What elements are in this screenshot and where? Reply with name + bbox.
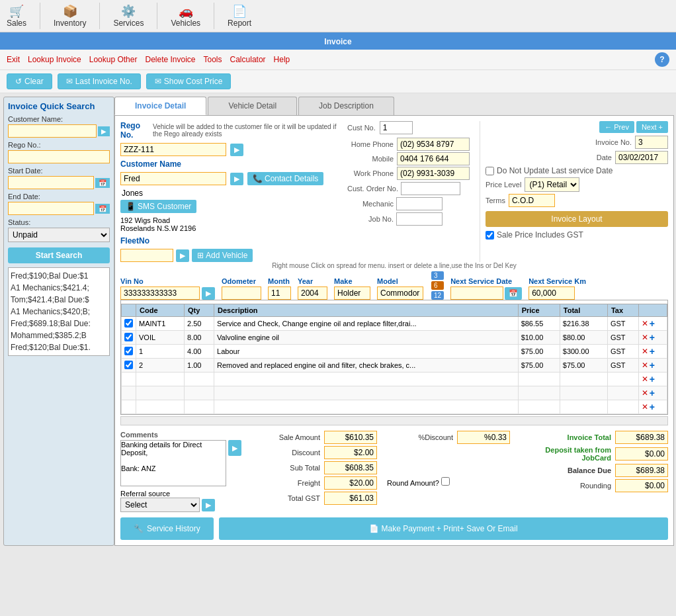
next-service-km-input[interactable] xyxy=(528,286,575,300)
terms-input[interactable] xyxy=(509,194,555,207)
service-history-btn[interactable]: 🔧 Service History xyxy=(120,517,214,540)
start-date-input[interactable] xyxy=(8,176,94,189)
rounding-input[interactable] xyxy=(615,479,668,492)
menu-help[interactable]: Help xyxy=(274,55,290,64)
month-input[interactable] xyxy=(268,286,291,300)
tab-job-description[interactable]: Job Description xyxy=(298,97,394,115)
result-item-6[interactable]: Mohammed;$385.2;B xyxy=(11,330,107,341)
make-payment-btn[interactable]: 📄 Make Payment + Print+ Save Or Email xyxy=(219,517,668,540)
freight-input[interactable] xyxy=(324,476,377,490)
rego-input[interactable] xyxy=(120,143,226,156)
cust-order-input[interactable] xyxy=(401,182,460,195)
fleet-input[interactable] xyxy=(120,249,173,262)
make-input[interactable] xyxy=(334,286,370,300)
nav-services[interactable]: ⚙️ Services xyxy=(113,4,144,28)
result-item-2[interactable]: A1 Mechanics;$421.4; xyxy=(11,282,107,294)
row6-delete[interactable]: ✕ xyxy=(642,388,648,398)
rego-no-input[interactable] xyxy=(8,150,110,163)
deposit-input[interactable] xyxy=(615,447,668,461)
badge-12[interactable]: 12 xyxy=(431,291,444,300)
start-search-button[interactable]: Start Search xyxy=(8,247,110,263)
customer-input[interactable] xyxy=(120,172,226,185)
row2-check[interactable] xyxy=(124,333,133,341)
end-date-input[interactable] xyxy=(8,202,94,215)
row4-check[interactable] xyxy=(124,361,133,369)
work-phone-input[interactable] xyxy=(397,167,470,180)
contact-details-btn[interactable]: 📞 Contact Details xyxy=(247,172,323,185)
model-input[interactable] xyxy=(377,286,423,300)
menu-lookup-invoice[interactable]: Lookup Invoice xyxy=(28,55,81,64)
comments-arrow-btn[interactable]: ▶ xyxy=(228,440,241,456)
sale-amount-input[interactable] xyxy=(324,431,377,444)
customer-name-input[interactable] xyxy=(8,124,97,138)
help-button[interactable]: ? xyxy=(655,52,669,67)
vin-input[interactable] xyxy=(120,286,200,300)
discount-input[interactable] xyxy=(324,446,377,459)
referral-arrow-btn[interactable]: ▶ xyxy=(202,499,215,511)
balance-due-input[interactable] xyxy=(615,464,668,477)
badge-6[interactable]: 6 xyxy=(431,281,444,290)
next-service-date-input[interactable] xyxy=(450,286,503,300)
row3-delete-btn[interactable]: ✕ xyxy=(642,346,648,357)
next-button[interactable]: Next + xyxy=(636,121,668,133)
status-select[interactable]: Unpaid xyxy=(8,228,110,242)
fleet-arrow-btn[interactable]: ▶ xyxy=(176,249,189,262)
year-input[interactable] xyxy=(298,286,327,300)
vin-arrow-btn[interactable]: ▶ xyxy=(202,287,215,300)
result-item-7[interactable]: Fred;$120;Bal Due:$1. xyxy=(11,341,107,353)
row1-delete-btn[interactable]: ✕ xyxy=(642,318,648,329)
show-cost-button[interactable]: ✉ Show Cost Price xyxy=(146,73,232,89)
menu-lookup-other[interactable]: Lookup Other xyxy=(89,55,138,64)
customer-name-arrow[interactable]: ▶ xyxy=(98,126,110,136)
pct-discount-input[interactable] xyxy=(457,431,510,444)
nav-vehicles[interactable]: 🚗 Vehicles xyxy=(171,4,200,28)
jobno-input[interactable] xyxy=(396,212,443,226)
date-input[interactable] xyxy=(615,151,668,164)
sale-price-gst-checkbox[interactable] xyxy=(486,231,494,240)
comments-textarea[interactable]: Banking details for Direct Deposit, Bank… xyxy=(120,440,226,486)
invoice-no-input[interactable] xyxy=(635,136,668,149)
last-invoice-button[interactable]: ✉ Last Invoice No. xyxy=(58,73,141,89)
customer-arrow-btn[interactable]: ▶ xyxy=(230,173,243,185)
row4-add-btn[interactable]: + xyxy=(650,360,655,371)
cust-no-input[interactable] xyxy=(380,121,413,134)
invoice-layout-btn[interactable]: Invoice Layout xyxy=(486,211,668,227)
row3-check[interactable] xyxy=(124,347,133,355)
menu-delete-invoice[interactable]: Delete Invoice xyxy=(145,55,195,64)
menu-calculator[interactable]: Calculator xyxy=(230,55,266,64)
add-vehicle-btn[interactable]: ⊞ Add Vehicle xyxy=(192,249,253,262)
total-gst-input[interactable] xyxy=(324,492,377,505)
row5-add[interactable]: + xyxy=(650,374,655,384)
row5-delete[interactable]: ✕ xyxy=(642,374,648,384)
round-amount-checkbox[interactable] xyxy=(441,477,450,486)
sub-total-input[interactable] xyxy=(324,461,377,474)
do-not-update-checkbox[interactable] xyxy=(486,167,494,175)
mechanic-input[interactable] xyxy=(396,197,443,210)
result-item-3[interactable]: Tom;$421.4;Bal Due:$ xyxy=(11,294,107,306)
tab-invoice-detail[interactable]: Invoice Detail xyxy=(114,97,206,115)
row1-add-btn[interactable]: + xyxy=(650,318,655,329)
row4-delete-btn[interactable]: ✕ xyxy=(642,360,648,371)
menu-tools[interactable]: Tools xyxy=(204,55,222,64)
mobile-input[interactable] xyxy=(397,152,470,165)
row7-add[interactable]: + xyxy=(650,402,655,412)
result-item-5[interactable]: Fred;$689.18;Bal Due: xyxy=(11,318,107,330)
odometer-input[interactable] xyxy=(222,286,261,300)
referral-select[interactable]: Select xyxy=(120,498,200,512)
row2-delete-btn[interactable]: ✕ xyxy=(642,332,648,343)
row2-add-btn[interactable]: + xyxy=(650,332,655,343)
clear-button[interactable]: ↺ Clear xyxy=(7,73,52,89)
result-item-4[interactable]: A1 Mechanics;$420;B; xyxy=(11,306,107,318)
invoice-total-input[interactable] xyxy=(615,431,668,444)
rego-arrow-btn[interactable]: ▶ xyxy=(230,144,243,156)
sms-customer-btn[interactable]: 📱 SMS Customer xyxy=(120,200,196,213)
start-date-calendar[interactable]: 📅 xyxy=(95,178,110,188)
nav-report[interactable]: 📄 Report xyxy=(228,4,251,28)
nav-sales[interactable]: 🛒 Sales xyxy=(7,4,26,28)
badge-3[interactable]: 3 xyxy=(431,271,444,280)
row3-add-btn[interactable]: + xyxy=(650,346,655,357)
tab-vehicle-detail[interactable]: Vehicle Detail xyxy=(208,97,297,115)
home-phone-input[interactable] xyxy=(397,138,470,151)
result-item-1[interactable]: Fred;$190;Bal Due:$1 xyxy=(11,270,107,282)
next-service-date-calendar[interactable]: 📅 xyxy=(505,287,522,300)
